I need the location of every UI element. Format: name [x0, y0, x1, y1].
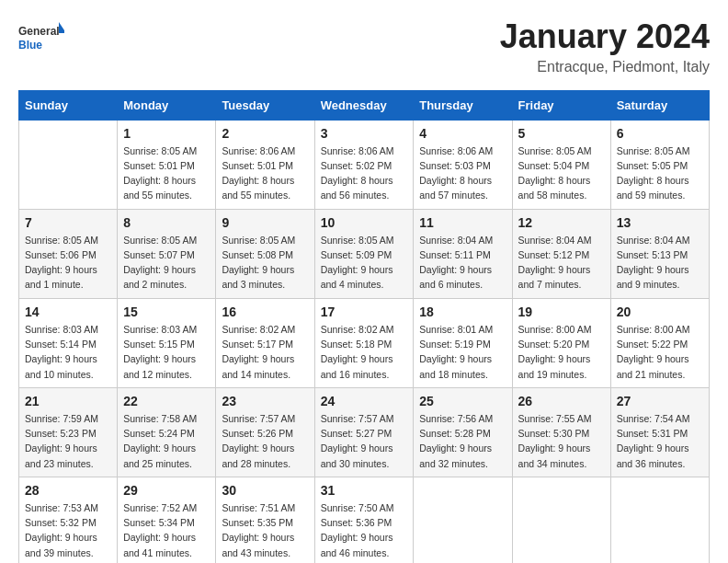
week-row-2: 7Sunrise: 8:05 AMSunset: 5:06 PMDaylight…: [19, 209, 710, 298]
day-info: Sunrise: 7:55 AMSunset: 5:30 PMDaylight:…: [518, 411, 605, 471]
calendar-cell: 7Sunrise: 8:05 AMSunset: 5:06 PMDaylight…: [19, 209, 118, 298]
calendar-cell: 27Sunrise: 7:54 AMSunset: 5:31 PMDayligh…: [610, 387, 709, 477]
sub-title: Entracque, Piedmont, Italy: [500, 59, 710, 75]
day-number: 14: [25, 304, 111, 319]
calendar-cell: 17Sunrise: 8:02 AMSunset: 5:18 PMDayligh…: [314, 298, 414, 387]
day-info: Sunrise: 7:58 AMSunset: 5:24 PMDaylight:…: [123, 411, 210, 471]
column-header-wednesday: Wednesday: [314, 90, 414, 120]
day-number: 29: [123, 483, 210, 498]
day-info: Sunrise: 8:04 AMSunset: 5:13 PMDaylight:…: [617, 233, 703, 293]
day-number: 21: [25, 394, 111, 408]
calendar-cell: [610, 477, 709, 563]
main-title: January 2024: [500, 18, 710, 55]
day-info: Sunrise: 7:57 AMSunset: 5:26 PMDaylight:…: [222, 411, 308, 471]
column-headers: SundayMondayTuesdayWednesdayThursdayFrid…: [19, 90, 710, 120]
day-number: 8: [123, 215, 210, 230]
calendar-cell: 23Sunrise: 7:57 AMSunset: 5:26 PMDayligh…: [216, 387, 314, 477]
day-number: 26: [518, 394, 605, 408]
calendar-cell: 20Sunrise: 8:00 AMSunset: 5:22 PMDayligh…: [610, 298, 709, 387]
day-info: Sunrise: 8:06 AMSunset: 5:01 PMDaylight:…: [222, 144, 308, 203]
calendar-cell: 10Sunrise: 8:05 AMSunset: 5:09 PMDayligh…: [314, 209, 414, 298]
day-number: 9: [222, 215, 308, 230]
day-number: 10: [321, 215, 408, 230]
day-info: Sunrise: 8:05 AMSunset: 5:05 PMDaylight:…: [617, 144, 703, 203]
calendar-cell: 6Sunrise: 8:05 AMSunset: 5:05 PMDaylight…: [610, 120, 709, 209]
calendar-cell: 30Sunrise: 7:51 AMSunset: 5:35 PMDayligh…: [216, 477, 314, 563]
calendar-cell: 9Sunrise: 8:05 AMSunset: 5:08 PMDaylight…: [216, 209, 314, 298]
calendar-cell: 18Sunrise: 8:01 AMSunset: 5:19 PMDayligh…: [414, 298, 512, 387]
day-info: Sunrise: 8:05 AMSunset: 5:06 PMDaylight:…: [25, 233, 111, 293]
calendar-cell: [414, 477, 512, 563]
day-info: Sunrise: 8:03 AMSunset: 5:15 PMDaylight:…: [123, 322, 210, 382]
calendar-cell: 24Sunrise: 7:57 AMSunset: 5:27 PMDayligh…: [314, 387, 414, 477]
calendar-cell: 12Sunrise: 8:04 AMSunset: 5:12 PMDayligh…: [512, 209, 610, 298]
day-info: Sunrise: 8:01 AMSunset: 5:19 PMDaylight:…: [419, 322, 506, 382]
day-info: Sunrise: 8:02 AMSunset: 5:17 PMDaylight:…: [222, 322, 308, 382]
calendar-cell: 28Sunrise: 7:53 AMSunset: 5:32 PMDayligh…: [19, 477, 118, 563]
day-info: Sunrise: 8:06 AMSunset: 5:02 PMDaylight:…: [321, 144, 408, 203]
week-row-5: 28Sunrise: 7:53 AMSunset: 5:32 PMDayligh…: [19, 477, 710, 563]
day-number: 31: [321, 483, 408, 498]
day-number: 28: [25, 483, 111, 498]
day-info: Sunrise: 8:05 AMSunset: 5:09 PMDaylight:…: [321, 233, 408, 293]
calendar-cell: 8Sunrise: 8:05 AMSunset: 5:07 PMDaylight…: [118, 209, 216, 298]
week-row-3: 14Sunrise: 8:03 AMSunset: 5:14 PMDayligh…: [19, 298, 710, 387]
calendar-cell: 15Sunrise: 8:03 AMSunset: 5:15 PMDayligh…: [118, 298, 216, 387]
day-info: Sunrise: 8:04 AMSunset: 5:11 PMDaylight:…: [419, 233, 506, 293]
day-info: Sunrise: 7:57 AMSunset: 5:27 PMDaylight:…: [321, 411, 408, 471]
day-info: Sunrise: 8:02 AMSunset: 5:18 PMDaylight:…: [321, 322, 408, 382]
day-info: Sunrise: 8:04 AMSunset: 5:12 PMDaylight:…: [518, 233, 605, 293]
day-number: 4: [419, 126, 506, 141]
calendar-cell: 4Sunrise: 8:06 AMSunset: 5:03 PMDaylight…: [414, 120, 512, 209]
day-number: 13: [617, 215, 703, 230]
column-header-sunday: Sunday: [19, 90, 118, 120]
day-number: 30: [222, 483, 308, 498]
column-header-saturday: Saturday: [610, 90, 709, 120]
day-info: Sunrise: 7:50 AMSunset: 5:36 PMDaylight:…: [321, 500, 408, 560]
calendar-cell: 13Sunrise: 8:04 AMSunset: 5:13 PMDayligh…: [610, 209, 709, 298]
calendar-cell: 31Sunrise: 7:50 AMSunset: 5:36 PMDayligh…: [314, 477, 414, 563]
day-number: 25: [419, 394, 506, 408]
day-number: 19: [518, 304, 605, 319]
day-number: 24: [321, 394, 408, 408]
day-number: 22: [123, 394, 210, 408]
day-number: 16: [222, 304, 308, 319]
day-number: 27: [617, 394, 703, 408]
calendar-cell: 14Sunrise: 8:03 AMSunset: 5:14 PMDayligh…: [19, 298, 118, 387]
logo-svg: General Blue: [18, 18, 64, 59]
day-info: Sunrise: 7:54 AMSunset: 5:31 PMDaylight:…: [617, 411, 703, 471]
day-info: Sunrise: 8:05 AMSunset: 5:01 PMDaylight:…: [123, 144, 210, 203]
day-number: 17: [321, 304, 408, 319]
day-info: Sunrise: 8:00 AMSunset: 5:22 PMDaylight:…: [617, 322, 703, 382]
title-area: January 2024 Entracque, Piedmont, Italy: [500, 18, 710, 75]
column-header-tuesday: Tuesday: [216, 90, 314, 120]
day-number: 3: [321, 126, 408, 141]
day-info: Sunrise: 7:56 AMSunset: 5:28 PMDaylight:…: [419, 411, 506, 471]
day-number: 5: [518, 126, 605, 141]
day-number: 23: [222, 394, 308, 408]
calendar-cell: 21Sunrise: 7:59 AMSunset: 5:23 PMDayligh…: [19, 387, 118, 477]
day-info: Sunrise: 8:05 AMSunset: 5:04 PMDaylight:…: [518, 144, 605, 203]
calendar-cell: 26Sunrise: 7:55 AMSunset: 5:30 PMDayligh…: [512, 387, 610, 477]
calendar-cell: 3Sunrise: 8:06 AMSunset: 5:02 PMDaylight…: [314, 120, 414, 209]
calendar-cell: 5Sunrise: 8:05 AMSunset: 5:04 PMDaylight…: [512, 120, 610, 209]
week-row-1: 1Sunrise: 8:05 AMSunset: 5:01 PMDaylight…: [19, 120, 710, 209]
day-info: Sunrise: 7:53 AMSunset: 5:32 PMDaylight:…: [25, 500, 111, 560]
calendar-cell: [19, 120, 118, 209]
day-number: 15: [123, 304, 210, 319]
day-number: 6: [617, 126, 703, 141]
header: General Blue January 2024 Entracque, Pie…: [18, 18, 710, 75]
column-header-monday: Monday: [118, 90, 216, 120]
day-info: Sunrise: 7:52 AMSunset: 5:34 PMDaylight:…: [123, 500, 210, 560]
day-info: Sunrise: 7:59 AMSunset: 5:23 PMDaylight:…: [25, 411, 111, 471]
calendar-cell: 2Sunrise: 8:06 AMSunset: 5:01 PMDaylight…: [216, 120, 314, 209]
svg-text:Blue: Blue: [18, 39, 42, 52]
svg-text:General: General: [18, 25, 60, 38]
day-info: Sunrise: 8:05 AMSunset: 5:08 PMDaylight:…: [222, 233, 308, 293]
day-info: Sunrise: 8:06 AMSunset: 5:03 PMDaylight:…: [419, 144, 506, 203]
calendar-cell: 1Sunrise: 8:05 AMSunset: 5:01 PMDaylight…: [118, 120, 216, 209]
day-number: 1: [123, 126, 210, 141]
calendar-table: SundayMondayTuesdayWednesdayThursdayFrid…: [18, 90, 710, 563]
week-row-4: 21Sunrise: 7:59 AMSunset: 5:23 PMDayligh…: [19, 387, 710, 477]
calendar-cell: 22Sunrise: 7:58 AMSunset: 5:24 PMDayligh…: [118, 387, 216, 477]
